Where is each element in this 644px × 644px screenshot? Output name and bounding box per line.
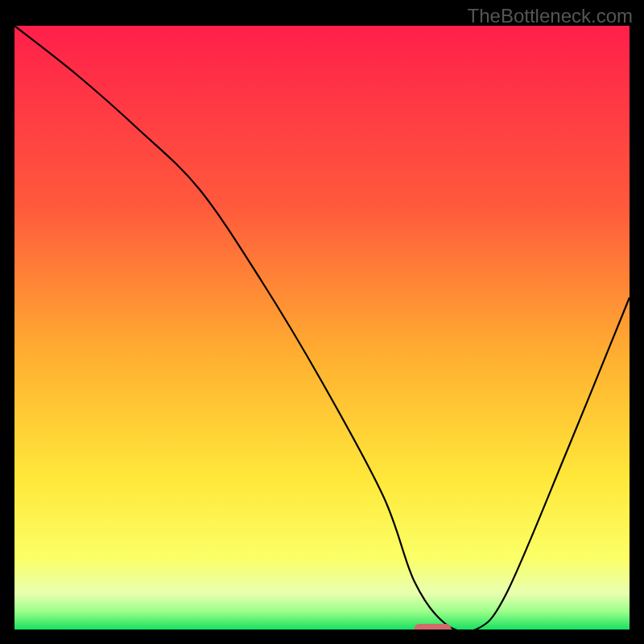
optimal-marker: [415, 624, 452, 630]
gradient-background: [14, 26, 630, 630]
chart-svg: [14, 26, 630, 630]
chart-container: TheBottleneck.com: [0, 0, 644, 644]
plot-area: [14, 26, 630, 630]
watermark-text: TheBottleneck.com: [468, 5, 633, 27]
